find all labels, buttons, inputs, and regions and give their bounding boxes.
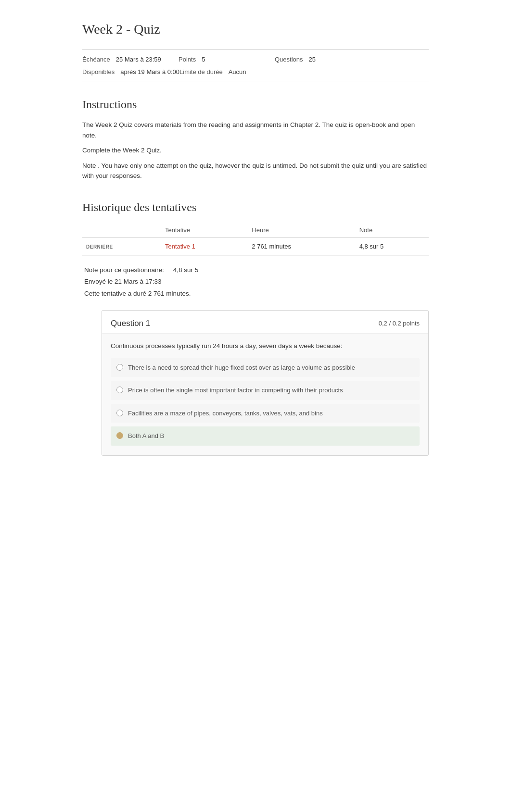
meta-label-limite: Limite de durée bbox=[179, 67, 223, 77]
history-section: Historique des tentatives Tentative Heur… bbox=[82, 199, 429, 256]
meta-value-questions: 25 bbox=[309, 55, 316, 64]
question-block: Question 1 0,2 / 0.2 points Continuous p… bbox=[102, 310, 429, 456]
instructions-para-1: The Week 2 Quiz covers materials from th… bbox=[82, 120, 429, 140]
answer-option-b[interactable]: Price is often the single most important… bbox=[111, 381, 420, 400]
meta-limite: Limite de durée Aucun bbox=[179, 67, 276, 77]
answer-text-a: There is a need to spread their huge fix… bbox=[128, 363, 355, 373]
history-note-cell: 4,8 sur 5 bbox=[356, 238, 429, 256]
meta-label-points: Points bbox=[179, 55, 196, 64]
meta-label-questions: Questions bbox=[275, 55, 303, 64]
score-duration-line: Cette tentative a duré 2 761 minutes. bbox=[84, 288, 429, 300]
question-title: Question 1 bbox=[111, 317, 150, 330]
meta-disponibles: Disponibles après 19 Mars à 0:00 bbox=[82, 67, 179, 77]
meta-label-echeance: Échéance bbox=[82, 55, 110, 64]
score-note-value: 4,8 sur 5 bbox=[173, 266, 199, 274]
history-data-row: DERNIÈRE Tentative 1 2 761 minutes 4,8 s… bbox=[82, 238, 429, 256]
question-text: Continuous processes typically run 24 ho… bbox=[111, 341, 420, 351]
score-note-line: Note pour ce questionnaire: 4,8 sur 5 bbox=[84, 264, 429, 276]
meta-value-limite: Aucun bbox=[229, 67, 246, 77]
history-col-heure: Heure bbox=[248, 223, 355, 238]
meta-table: Échéance 25 Mars à 23:59 Points 5 Questi… bbox=[82, 49, 429, 82]
meta-label-disponibles: Disponibles bbox=[82, 67, 115, 77]
instructions-title: Instructions bbox=[82, 96, 429, 113]
derniere-badge: DERNIÈRE bbox=[86, 244, 113, 250]
radio-c bbox=[116, 410, 123, 416]
score-note-label: Note pour ce questionnaire: bbox=[84, 266, 164, 274]
answer-text-c: Facilities are a maze of pipes, conveyor… bbox=[128, 409, 323, 418]
history-col-tentative: Tentative bbox=[161, 223, 248, 238]
instructions-section: Instructions The Week 2 Quiz covers mate… bbox=[82, 96, 429, 181]
meta-row-2: Disponibles après 19 Mars à 0:00 Limite … bbox=[82, 66, 429, 78]
answer-option-a[interactable]: There is a need to spread their huge fix… bbox=[111, 358, 420, 377]
radio-d bbox=[116, 432, 123, 439]
history-tentative-cell: Tentative 1 bbox=[161, 238, 248, 256]
meta-row-1: Échéance 25 Mars à 23:59 Points 5 Questi… bbox=[82, 53, 429, 66]
answer-text-d: Both A and B bbox=[128, 431, 164, 441]
question-points: 0,2 / 0.2 points bbox=[379, 319, 420, 328]
instructions-para-2: Complete the Week 2 Quiz. bbox=[82, 145, 429, 156]
meta-points: Points 5 bbox=[179, 55, 275, 64]
answer-option-d[interactable]: Both A and B bbox=[111, 426, 420, 446]
history-title: Historique des tentatives bbox=[82, 199, 429, 216]
history-table: Tentative Heure Note DERNIÈRE Tentative … bbox=[82, 223, 429, 256]
history-col-note: Note bbox=[356, 223, 429, 238]
history-badge: DERNIÈRE bbox=[82, 238, 161, 256]
meta-value-points: 5 bbox=[202, 55, 205, 64]
score-summary: Note pour ce questionnaire: 4,8 sur 5 En… bbox=[82, 264, 429, 300]
history-heure-cell: 2 761 minutes bbox=[248, 238, 355, 256]
radio-b bbox=[116, 387, 123, 393]
question-header: Question 1 0,2 / 0.2 points bbox=[102, 311, 428, 334]
meta-questions: Questions 25 bbox=[275, 55, 371, 64]
meta-value-disponibles: après 19 Mars à 0:00 bbox=[120, 67, 179, 77]
history-header-row: Tentative Heure Note bbox=[82, 223, 429, 238]
history-col-badge bbox=[82, 223, 161, 238]
radio-a bbox=[116, 364, 123, 371]
tentative-link[interactable]: Tentative 1 bbox=[165, 243, 195, 250]
score-sent-line: Envoyé le 21 Mars à 17:33 bbox=[84, 276, 429, 287]
question-body: Continuous processes typically run 24 ho… bbox=[102, 334, 428, 455]
meta-echeance: Échéance 25 Mars à 23:59 bbox=[82, 55, 179, 64]
page-title: Week 2 - Quiz bbox=[82, 19, 429, 39]
instructions-para-3: Note . You have only one attempt on the … bbox=[82, 161, 429, 181]
answer-text-b: Price is often the single most important… bbox=[128, 386, 343, 395]
page-container: Week 2 - Quiz Échéance 25 Mars à 23:59 P… bbox=[68, 0, 443, 485]
answer-option-c[interactable]: Facilities are a maze of pipes, conveyor… bbox=[111, 404, 420, 423]
meta-value-echeance: 25 Mars à 23:59 bbox=[116, 55, 161, 64]
